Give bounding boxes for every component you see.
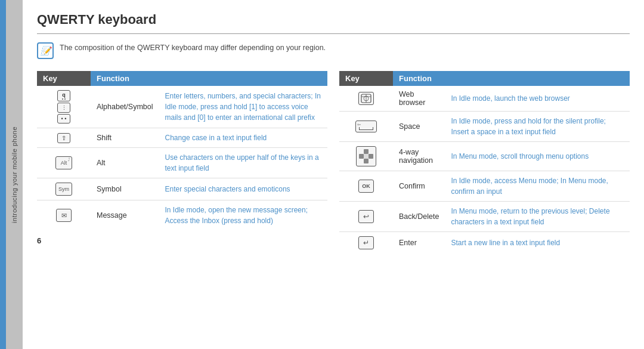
key-name-cell: 4-way navigation <box>393 142 445 171</box>
key-name-cell: Alt <box>91 148 159 178</box>
key-function-cell: In Idle mode, access Menu mode; In Menu … <box>445 171 630 202</box>
table-row: Web browser In Idle mode, launch the web… <box>339 86 630 112</box>
table-row: ⇧ Shift Change case in a text input fiel… <box>37 128 327 148</box>
main-content: QWERTY keyboard 📝 The composition of the… <box>23 0 644 349</box>
back-delete-icon: ↩ <box>358 210 374 223</box>
key-function-cell: Start a new line in a text input field <box>445 232 630 254</box>
key-cell: ↩ <box>339 202 393 232</box>
sidebar-gray-strip: introducing your mobile phone <box>6 0 23 349</box>
key-cell: Sym <box>37 178 91 200</box>
table-row: ⇦ Space In Idle mode, press and hold for… <box>339 112 630 142</box>
note-icon: 📝 <box>37 42 54 59</box>
key-cell: ⇧ <box>37 128 91 148</box>
tables-row: Key Function q <box>37 71 630 339</box>
table-row: OK Confirm In Idle mode, access Menu mod… <box>339 171 630 202</box>
key-name-cell: Confirm <box>393 171 445 202</box>
note-text: The composition of the QWERTY keyboard m… <box>60 42 326 54</box>
left-col-key: Key <box>37 71 91 86</box>
table-row: q ⋮ <box>37 86 327 128</box>
left-col-function: Function <box>91 71 327 86</box>
svg-rect-5 <box>359 154 364 159</box>
table-row: Alt ⤴ Alt Use characters on the upper ha… <box>37 148 327 178</box>
right-col-function: Function <box>393 71 630 86</box>
key-cell: q ⋮ <box>37 86 91 128</box>
key-name-cell: Back/Delete <box>393 202 445 232</box>
sidebar-label: introducing your mobile phone <box>11 126 18 223</box>
key-function-cell: Enter special characters and emoticons <box>159 178 327 200</box>
left-table: Key Function q <box>37 71 327 230</box>
key-cell: Alt ⤴ <box>37 148 91 178</box>
web-browser-icon <box>358 92 374 105</box>
4way-nav-icon <box>356 146 376 166</box>
key-function-cell: Enter letters, numbers, and special char… <box>159 86 327 128</box>
table-row: Sym Symbol Enter special characters and … <box>37 178 327 200</box>
key-name-cell: Shift <box>91 128 159 148</box>
table-row: ✉ Message In Idle mode, open the new mes… <box>37 200 327 231</box>
key-function-cell: In Menu mode, scroll through menu option… <box>445 142 630 171</box>
key-function-cell: In Idle mode, press and hold for the sil… <box>445 112 630 142</box>
key-function-cell: In Menu mode, return to the previous lev… <box>445 202 630 232</box>
message-icon: ✉ <box>56 209 72 222</box>
table-row: ↵ Enter Start a new line in a text input… <box>339 232 630 254</box>
key-cell <box>339 142 393 171</box>
svg-rect-7 <box>369 154 373 159</box>
key-cell: ✉ <box>37 200 91 231</box>
key-name-cell: Alphabet/Symbol <box>91 86 159 128</box>
enter-icon: ↵ <box>358 236 374 249</box>
svg-rect-6 <box>364 154 369 159</box>
note-box: 📝 The composition of the QWERTY keyboard… <box>37 39 630 63</box>
key-name-cell: Space <box>393 112 445 142</box>
shift-icon: ⇧ <box>57 133 70 143</box>
right-table: Key Function <box>339 71 630 254</box>
right-col-key: Key <box>339 71 393 86</box>
key-cell: ↵ <box>339 232 393 254</box>
page-number: 6 <box>37 236 327 245</box>
key-function-cell: Change case in a text input field <box>159 128 327 148</box>
alt-icon: Alt ⤴ <box>55 156 72 169</box>
key-cell <box>339 86 393 112</box>
table-row: ↩ Back/Delete In Menu mode, return to th… <box>339 202 630 232</box>
left-table-section: Key Function q <box>37 71 327 339</box>
confirm-icon: OK <box>358 180 374 193</box>
key-function-cell: Use characters on the upper half of the … <box>159 148 327 178</box>
key-name-cell: Symbol <box>91 178 159 200</box>
key-function-cell: In Idle mode, open the new message scree… <box>159 200 327 231</box>
space-icon: ⇦ <box>355 121 377 132</box>
svg-rect-4 <box>364 149 369 154</box>
table-row: 4-way navigation In Menu mode, scroll th… <box>339 142 630 171</box>
key-function-cell: In Idle mode, launch the web browser <box>445 86 630 112</box>
sym-icon: Sym <box>55 183 72 196</box>
sidebar-blue-strip <box>0 0 6 349</box>
key-name-cell: Message <box>91 200 159 231</box>
page-title: QWERTY keyboard <box>37 12 630 34</box>
key-cell: OK <box>339 171 393 202</box>
svg-rect-8 <box>364 159 369 163</box>
key-name-cell: Enter <box>393 232 445 254</box>
sidebar: introducing your mobile phone <box>0 0 23 349</box>
key-name-cell: Web browser <box>393 86 445 112</box>
right-table-section: Key Function <box>339 71 630 339</box>
key-cell: ⇦ <box>339 112 393 142</box>
